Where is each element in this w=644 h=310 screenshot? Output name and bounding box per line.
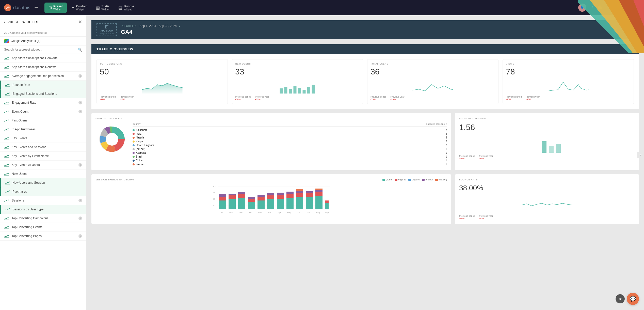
traffic-overview-section: TRAFFIC OVERVIEW TOTAL SESSIONS 50 Previ… [91, 44, 639, 109]
widget-item[interactable]: Top Converting Campaignsi [0, 214, 86, 223]
widget-item[interactable]: Engaged Sessions and Sessions [0, 89, 86, 98]
widget-item[interactable]: App Store Subscriptions Renews [0, 63, 86, 72]
widget-item[interactable]: Key Events vs Usersi [0, 161, 86, 169]
back-button[interactable]: ‹ [4, 20, 6, 24]
legend-value: 7 [445, 129, 447, 131]
logo-placeholder[interactable]: 🖼 ADD LOGO 250 px × 125 px [96, 23, 117, 36]
widget-item[interactable]: New Users and Session [0, 178, 86, 187]
svg-rect-27 [284, 87, 287, 94]
svg-rect-72 [296, 193, 303, 197]
search-box: 🔍 [0, 45, 86, 54]
widget-item-label: Engagement Rate [12, 101, 76, 104]
widget-item[interactable]: Top Converting Events [0, 223, 86, 232]
widget-item-label: Key Events vs Users [12, 163, 76, 167]
svg-rect-32 [307, 87, 310, 94]
svg-rect-71 [296, 197, 303, 209]
legend-item: Brazil1 [133, 155, 447, 159]
tab-custom-widget[interactable]: ✦ Custom Widget [67, 3, 92, 13]
widget-item[interactable]: Key Events by Event Name [0, 152, 86, 161]
settings-icon[interactable]: ⚙ [621, 27, 625, 33]
widget-item-chart-icon [4, 225, 9, 229]
widget-item-label: App Store Subscriptions Converts [12, 56, 82, 60]
legend-dot [133, 160, 135, 162]
nav-tabs: ⊞ Preset Widget ✦ Custom Widget ▦ Static… [44, 3, 576, 13]
svg-rect-38 [556, 144, 561, 153]
svg-text:100: 100 [213, 185, 216, 188]
search-input[interactable] [4, 48, 78, 51]
widget-item[interactable]: Key Events [0, 134, 86, 143]
widget-item[interactable]: Engagement Ratei [0, 98, 86, 107]
svg-text:Apr: Apr [278, 211, 281, 214]
widget-item-chart-icon [4, 110, 9, 113]
legend-not-set: (not set) [435, 178, 447, 181]
help-icon[interactable]: ? [590, 5, 593, 10]
widget-item[interactable]: Sessionsi [0, 196, 86, 205]
svg-rect-68 [286, 198, 294, 209]
trends-bounce-row: SESSION TRENDS BY MEDIUM (none) organic [91, 174, 639, 224]
legend-referral: referral [422, 178, 433, 181]
legend-organic: organic [395, 178, 406, 181]
widget-item[interactable]: Top Converting Pagesi [0, 232, 86, 241]
sessions-dropdown[interactable]: Engaged sessions ▾ [426, 123, 447, 125]
widget-item[interactable]: App Store Subscriptions Converts [0, 54, 86, 63]
view-icon[interactable]: 👁 [629, 27, 634, 33]
metric-label: VIEWS [506, 63, 631, 65]
widget-item[interactable]: New Users [0, 169, 86, 178]
svg-rect-60 [257, 197, 265, 200]
search-icon: 🔍 [78, 48, 82, 52]
top-nav: dashthis ☰ ⊞ Preset Widget ✦ Custom Widg… [0, 0, 644, 15]
svg-rect-75 [306, 197, 313, 209]
widget-item[interactable]: Sessions by User Type [0, 205, 86, 214]
sidebar-header: ‹ PRESET WIDGETS ✕ [0, 15, 86, 29]
widget-item[interactable]: Average engagement time per sessioni [0, 72, 86, 81]
chat-widget-area: ★ 💬 [616, 293, 639, 305]
hamburger-menu[interactable]: ☰ [32, 4, 40, 11]
legend-referral-color [422, 179, 425, 181]
svg-rect-66 [277, 195, 284, 199]
nav-right: 👤 ? 🔔 Colour Themes [578, 4, 640, 12]
widget-item-chart-icon [4, 234, 9, 238]
sidebar-title-area: ‹ PRESET WIDGETS [4, 20, 38, 24]
colour-themes-button[interactable]: Colour Themes [607, 5, 640, 10]
svg-rect-55 [238, 192, 245, 194]
views-per-session-card: VIEWS PER SESSION 1.56 Previous period-9… [455, 113, 639, 170]
widget-item[interactable]: Event Counti [0, 107, 86, 116]
svg-rect-70 [286, 192, 294, 194]
widget-item[interactable]: Purchases [0, 187, 86, 196]
legend-country: Brazil [136, 155, 142, 158]
widget-item-label: Event Count [12, 110, 76, 113]
info-icon: i [78, 199, 82, 202]
chat-button[interactable]: 💬 [627, 293, 639, 305]
date-dropdown-icon[interactable]: ▾ [179, 25, 180, 27]
legend-value: 2 [445, 140, 447, 143]
legend-value: 1 [445, 148, 447, 150]
svg-rect-74 [296, 189, 303, 191]
widget-item[interactable]: First Opens [0, 116, 86, 125]
svg-text:Dec: Dec [239, 211, 243, 214]
metric-value: 33 [235, 67, 360, 76]
user-avatar[interactable]: 👤 [578, 4, 586, 12]
help-panel-button[interactable]: ? [637, 152, 644, 158]
engaged-sessions-title: ENGAGED SESSIONS [95, 117, 447, 120]
share-icon[interactable]: ⎘ [614, 27, 617, 33]
widget-item[interactable]: In App Purchases [0, 125, 86, 134]
widget-item-label: Sessions by User Type [12, 208, 82, 211]
widget-item[interactable]: Bounce Rate [0, 81, 86, 89]
tab-static-widget[interactable]: ▦ Static Widget [92, 3, 114, 13]
widget-item-chart-icon [4, 136, 9, 140]
widget-item[interactable]: Key Events and Sessions [0, 143, 86, 152]
metric-total-sessions: TOTAL SESSIONS 50 Previous period-41% Pr… [96, 59, 228, 104]
notifications-icon[interactable]: 🔔 [597, 5, 603, 10]
feedback-button[interactable]: ★ [616, 294, 625, 303]
close-sidebar-button[interactable]: ✕ [78, 19, 82, 25]
widget-item-label: Key Events and Sessions [12, 145, 82, 149]
widget-item-label: In App Purchases [12, 128, 82, 131]
svg-rect-33 [312, 85, 315, 94]
svg-rect-51 [229, 195, 236, 199]
tab-widget-bundle[interactable]: ▤ Bundle Widget [114, 3, 138, 13]
engaged-sessions-legend: Country Engaged sessions ▾ Singapore7Ind… [133, 123, 447, 166]
tab-preset-widget[interactable]: ⊞ Preset Widget [44, 3, 67, 13]
svg-text:25: 25 [213, 204, 215, 207]
logo-placeholder-line2: 250 px × 125 px [99, 33, 114, 35]
legend-country: Kenya [136, 140, 143, 143]
